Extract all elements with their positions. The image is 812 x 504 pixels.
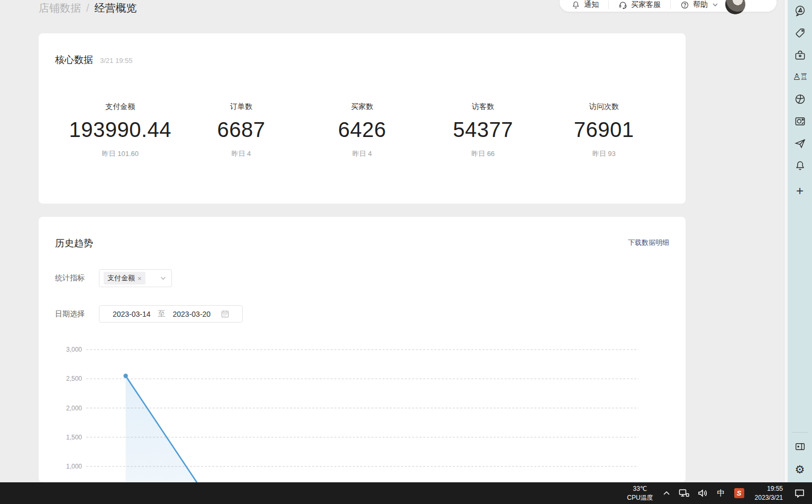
metric-visit-times[interactable]: 访问次数 76901 昨日 93 [543,102,664,159]
tag-label: 支付金额 [107,273,135,283]
metric-label: 订单数 [181,102,302,112]
taskbar: 33℃ CPU温度 中 S 19:55 2023/3/21 [0,482,812,504]
page-title: 经营概览 [95,1,137,15]
breadcrumb-parent[interactable]: 店铺数据 [39,1,81,15]
plus-icon[interactable]: + [793,185,806,197]
metric-label: 访问次数 [543,102,664,112]
divider [608,1,609,9]
metric-yesterday: 昨日 93 [543,149,664,159]
y-tick-label: 2,500 [66,375,82,382]
cpu-temp-value: 33℃ [627,484,653,493]
customer-service-label: 买家客服 [631,0,661,10]
area-chart: 3,0002,5002,0001,5001,000 [54,344,638,482]
calendar-icon [221,310,229,318]
help-circle-icon [680,1,689,10]
system-tray: 33℃ CPU温度 中 S 19:55 2023/3/21 [622,482,812,504]
breadcrumb: 店铺数据 / 经营概览 [39,1,137,15]
toolbox-icon[interactable] [793,49,806,61]
collapse-panel-icon[interactable] [793,440,806,453]
selected-metric-tag: 支付金额 × [104,272,145,285]
core-data-card: 核心数据 3/21 19:55 支付金额 193990.44 昨日 101.60… [39,33,686,204]
y-tick-label: 1,000 [66,463,82,470]
chess-icon[interactable]: ♙♖ [793,70,806,83]
metrics-row: 支付金额 193990.44 昨日 101.60 订单数 6687 昨日 4 买… [60,102,664,159]
desktop: 店铺数据 / 经营概览 通知 买家客服 [0,0,812,504]
download-data-link[interactable]: 下载数据明细 [628,238,669,248]
clock-date: 2023/3/21 [755,493,783,502]
ime-indicator[interactable]: 中 [713,488,730,498]
help-button[interactable]: 帮助 [680,0,718,10]
metric-label: 访客数 [423,102,544,112]
metric-yesterday: 昨日 101.60 [60,149,181,159]
sidebar-divider [792,432,808,433]
sphere-icon[interactable] [793,93,806,105]
date-range-picker[interactable]: 2023-03-14 至 2023-03-20 [99,305,243,323]
cpu-temp-widget[interactable]: 33℃ CPU温度 [622,484,658,501]
screenshot-icon[interactable] [793,115,806,127]
chevron-up-icon[interactable] [659,482,674,504]
tag-close-icon[interactable]: × [138,275,142,282]
paper-plane-icon[interactable] [793,137,806,150]
customer-service-button[interactable]: 买家客服 [618,0,661,10]
metric-buyer-count[interactable]: 买家数 6426 昨日 4 [302,102,423,159]
notification-label: 通知 [584,0,599,10]
bell-icon [571,1,580,10]
clock[interactable]: 19:55 2023/3/21 [749,484,789,501]
bell-icon[interactable] [793,159,806,172]
dock-sidebar: ♙♖ + ⚙ [788,0,812,482]
notification-button[interactable]: 通知 [571,0,599,10]
core-card-timestamp: 3/21 19:55 [100,57,132,65]
help-label: 帮助 [693,0,708,10]
data-point[interactable] [123,374,127,378]
tag-icon[interactable] [793,26,806,39]
scrollbar-track[interactable] [784,0,788,482]
sogou-icon[interactable]: S [730,482,749,504]
metric-label: 支付金额 [60,102,181,112]
metric-select[interactable]: 支付金额 × [99,269,172,287]
metric-yesterday: 昨日 4 [181,149,302,159]
chevron-down-icon [160,277,166,280]
y-tick-label: 3,000 [66,346,82,353]
clock-time: 19:55 [755,484,783,493]
header-bar: 通知 买家客服 帮助 [560,0,777,12]
core-card-title: 核心数据 [55,53,93,66]
breadcrumb-separator: / [86,2,89,14]
avatar[interactable] [725,0,745,14]
date-range-to: 至 [158,309,166,319]
metric-value: 76901 [543,118,664,142]
metric-value: 193990.44 [60,118,181,142]
volume-icon[interactable] [694,482,713,504]
qianniu-chat-icon[interactable] [793,4,806,17]
metric-value: 6687 [181,118,302,142]
metric-payment-amount[interactable]: 支付金额 193990.44 昨日 101.60 [60,102,181,159]
metric-order-count[interactable]: 订单数 6687 昨日 4 [181,102,302,159]
headset-icon [618,1,627,10]
cpu-temp-label: CPU温度 [627,493,653,502]
metric-select-label: 统计指标 [55,273,99,283]
metric-value: 54377 [423,118,544,142]
metric-yesterday: 昨日 4 [302,149,423,159]
metric-visitor-count[interactable]: 访客数 54377 昨日 66 [423,102,544,159]
date-start-value[interactable]: 2023-03-14 [113,310,151,318]
metric-yesterday: 昨日 66 [423,149,544,159]
divider [670,1,671,9]
action-center-icon[interactable] [789,482,812,504]
area-fill [126,376,205,482]
date-select-label: 日期选择 [55,309,99,319]
settings-gear-icon[interactable]: ⚙ [793,463,806,476]
metric-label: 买家数 [302,102,423,112]
trend-card-title: 历史趋势 [55,237,93,250]
network-icon[interactable] [674,482,694,504]
date-end-value[interactable]: 2023-03-20 [173,310,211,318]
chevron-down-icon [713,3,718,7]
history-trend-card: 历史趋势 下载数据明细 统计指标 支付金额 × 日期选择 2023-03-14 … [39,217,686,482]
y-tick-label: 1,500 [66,434,82,441]
y-tick-label: 2,000 [66,405,82,412]
metric-value: 6426 [302,118,423,142]
trend-chart[interactable]: 3,0002,5002,0001,5001,000 [54,344,638,482]
